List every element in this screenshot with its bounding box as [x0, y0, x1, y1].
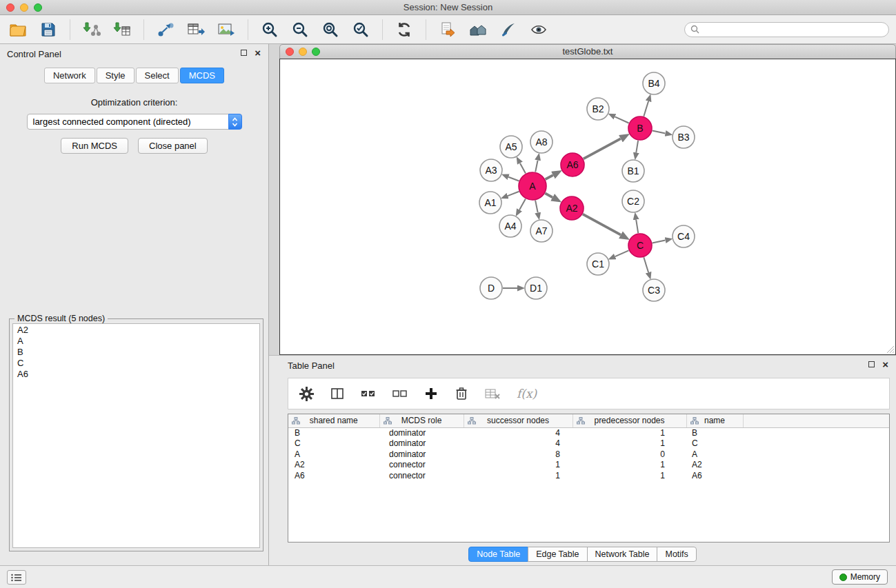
- cell-predecessor-nodes[interactable]: 0: [573, 449, 686, 460]
- edge-B-B2[interactable]: [615, 116, 629, 123]
- table-row[interactable]: Cdominator41C: [288, 438, 889, 449]
- search-box[interactable]: [684, 22, 889, 37]
- node-B1[interactable]: B1: [622, 160, 644, 182]
- cell-successor-nodes[interactable]: 1: [464, 471, 573, 482]
- column-header-name[interactable]: name: [686, 414, 743, 427]
- cell-predecessor-nodes[interactable]: 1: [573, 471, 686, 482]
- task-history-button[interactable]: [7, 570, 26, 585]
- table-row[interactable]: Bdominator41B: [288, 427, 889, 438]
- table-row[interactable]: Adominator80A: [288, 449, 889, 460]
- cell-mcds-role[interactable]: connector: [379, 460, 464, 471]
- edge-A-A3[interactable]: [508, 177, 519, 181]
- edge-A-A2[interactable]: [545, 193, 552, 197]
- search-input[interactable]: [703, 23, 883, 35]
- cell-predecessor-nodes[interactable]: 1: [573, 427, 686, 438]
- node-A4[interactable]: A4: [499, 215, 521, 237]
- tab-network[interactable]: Network: [44, 68, 95, 83]
- node-B4[interactable]: B4: [643, 72, 665, 94]
- network-minimize-button[interactable]: [299, 48, 307, 56]
- cell-predecessor-nodes[interactable]: 1: [573, 460, 686, 471]
- cell-shared-name[interactable]: A2: [288, 460, 379, 471]
- network-canvas[interactable]: B4B2BB3A5A8A6A3B1AC2A1A2A4A7C4CC1DD1C3: [279, 59, 896, 355]
- tab-style[interactable]: Style: [97, 68, 135, 83]
- network-zoom-button[interactable]: [312, 48, 320, 56]
- import-table-button[interactable]: [111, 19, 133, 41]
- tab-node-table[interactable]: Node Table: [468, 547, 528, 562]
- open-session-button[interactable]: [7, 19, 29, 41]
- edge-A-A4[interactable]: [519, 199, 526, 210]
- node-A[interactable]: A: [519, 172, 546, 200]
- node-D[interactable]: D: [480, 277, 502, 299]
- cell-shared-name[interactable]: A6: [288, 471, 379, 482]
- network-window-titlebar[interactable]: testGlobe.txt: [279, 44, 896, 59]
- cell-name[interactable]: A2: [686, 460, 743, 471]
- node-A2[interactable]: A2: [560, 196, 584, 220]
- cell-mcds-role[interactable]: dominator: [379, 449, 464, 460]
- show-hide-button[interactable]: [528, 19, 550, 41]
- cell-predecessor-nodes[interactable]: 1: [573, 438, 686, 449]
- import-table-url-button[interactable]: [185, 19, 207, 41]
- node-C4[interactable]: C4: [673, 225, 695, 247]
- node-A7[interactable]: A7: [530, 220, 552, 242]
- table-row[interactable]: A2connector11A2: [288, 460, 889, 471]
- column-visibility-button[interactable]: [330, 387, 344, 401]
- cell-shared-name[interactable]: A: [288, 449, 379, 460]
- run-mcds-button[interactable]: Run MCDS: [61, 138, 128, 154]
- cell-mcds-role[interactable]: dominator: [379, 438, 464, 449]
- cell-mcds-role[interactable]: dominator: [379, 427, 464, 438]
- home-view-button[interactable]: [467, 19, 489, 41]
- edge-C-C3[interactable]: [644, 257, 648, 272]
- close-panel-icon[interactable]: ×: [255, 50, 261, 56]
- column-header-successor-nodes[interactable]: successor nodes: [464, 414, 573, 427]
- cell-name[interactable]: A: [686, 449, 743, 460]
- close-window-button[interactable]: [6, 3, 14, 12]
- export-network-button[interactable]: [155, 19, 177, 41]
- export-image-button[interactable]: [215, 19, 237, 41]
- node-B[interactable]: B: [628, 116, 652, 140]
- cell-mcds-role[interactable]: connector: [379, 471, 464, 482]
- tab-select[interactable]: Select: [136, 68, 179, 83]
- edge-A-A5[interactable]: [520, 163, 526, 174]
- tab-network-table[interactable]: Network Table: [587, 547, 658, 562]
- node-D1[interactable]: D1: [525, 277, 547, 299]
- edge-A-A8[interactable]: [535, 161, 537, 172]
- edge-C-C2[interactable]: [636, 220, 638, 234]
- network-close-button[interactable]: [286, 48, 294, 56]
- node-B3[interactable]: B3: [673, 126, 695, 148]
- node-C[interactable]: C: [628, 234, 652, 257]
- save-session-button[interactable]: [37, 19, 59, 41]
- close-table-panel-icon[interactable]: ×: [882, 361, 888, 367]
- float-panel-icon[interactable]: [241, 50, 247, 56]
- edge-A-A1[interactable]: [508, 192, 519, 196]
- memory-button[interactable]: Memory: [832, 569, 888, 585]
- tab-motifs[interactable]: Motifs: [657, 547, 696, 562]
- edge-A-A6[interactable]: [546, 175, 553, 179]
- edge-B-B3[interactable]: [653, 131, 666, 134]
- node-A3[interactable]: A3: [480, 159, 502, 181]
- add-column-button[interactable]: [424, 387, 438, 401]
- duplicate-network-button[interactable]: [437, 19, 459, 41]
- select-all-button[interactable]: [361, 387, 376, 400]
- cell-name[interactable]: A6: [686, 471, 743, 482]
- table-settings-button[interactable]: [299, 387, 314, 401]
- column-header-shared-name[interactable]: shared name: [288, 414, 379, 427]
- float-table-panel-icon[interactable]: [868, 361, 875, 367]
- node-A8[interactable]: A8: [530, 131, 552, 153]
- zoom-window-button[interactable]: [34, 3, 42, 12]
- cell-name[interactable]: C: [686, 438, 743, 449]
- minimize-window-button[interactable]: [20, 3, 28, 12]
- apply-style-button[interactable]: [497, 19, 519, 41]
- node-B2[interactable]: B2: [587, 98, 609, 120]
- column-header-mcds-role[interactable]: MCDS role: [379, 414, 464, 427]
- delete-table-button[interactable]: [485, 387, 500, 400]
- import-network-button[interactable]: [81, 19, 103, 41]
- node-A1[interactable]: A1: [479, 192, 501, 214]
- close-panel-button[interactable]: Close panel: [138, 138, 208, 154]
- refresh-layout-button[interactable]: [393, 19, 415, 41]
- tab-mcds[interactable]: MCDS: [180, 68, 224, 83]
- tab-edge-table[interactable]: Edge Table: [528, 547, 587, 562]
- node-A5[interactable]: A5: [500, 136, 522, 158]
- node-C1[interactable]: C1: [587, 253, 609, 275]
- function-builder-button[interactable]: f(x): [517, 387, 537, 401]
- cell-name[interactable]: B: [686, 427, 743, 438]
